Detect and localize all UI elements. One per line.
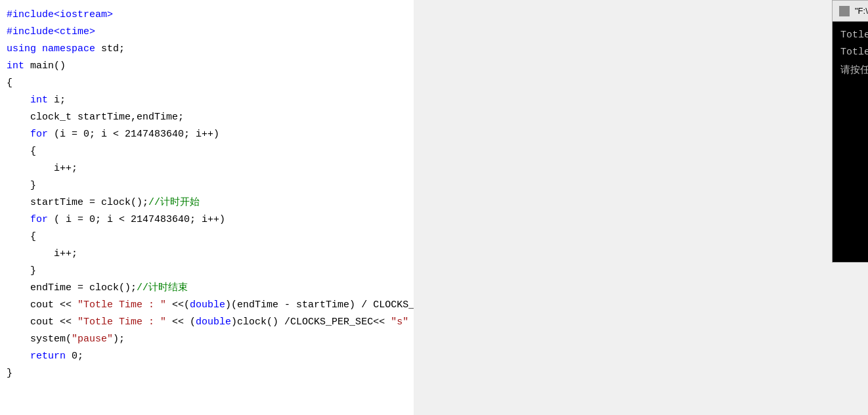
code-line: { — [0, 143, 414, 160]
code-line: for (i = 0; i < 2147483640; i++) — [0, 126, 414, 143]
console-icon — [839, 6, 850, 16]
code-line: for ( i = 0; i < 2147483640; i++) — [0, 211, 414, 229]
code-line: } — [0, 263, 414, 280]
code-line: #include<iostream> — [0, 7, 414, 24]
code-line: clock_t startTime,endTime; — [0, 109, 414, 126]
code-line: i++; — [0, 160, 414, 177]
console-line: Totle Time : 7.072s — [840, 44, 868, 61]
code-line: system("pause"); — [0, 331, 414, 348]
console-output: Totle Time : 3.504sTotle Time : 7.072s请按… — [832, 21, 868, 263]
code-line: } — [0, 177, 414, 194]
console-window: "F:\Demo\洛谷\Debug\0.exe" — □ ✕ Totle Tim… — [832, 0, 868, 263]
console-line: 请按任意键继续. . . — [840, 61, 868, 78]
code-line: startTime = clock();//计时开始 — [0, 194, 414, 211]
code-line: } — [0, 365, 414, 382]
code-line: return 0; — [0, 348, 414, 365]
code-line: { — [0, 75, 414, 92]
console-line: Totle Time : 3.504s — [840, 27, 868, 44]
code-line: cout << "Totle Time : " << (double)clock… — [0, 314, 414, 331]
code-line: int main() — [0, 58, 414, 75]
code-line: using namespace std; — [0, 41, 414, 58]
code-line: int i; — [0, 92, 414, 109]
code-line: cout << "Totle Time : " <<(double)(endTi… — [0, 297, 414, 314]
code-line: endTime = clock();//计时结束 — [0, 280, 414, 297]
console-title: "F:\Demo\洛谷\Debug\0.exe" — [855, 5, 868, 17]
code-line: { — [0, 229, 414, 246]
code-line: #include<ctime> — [0, 24, 414, 41]
console-titlebar: "F:\Demo\洛谷\Debug\0.exe" — □ ✕ — [832, 0, 868, 21]
code-line: i++; — [0, 246, 414, 263]
code-editor: #include<iostream>#include<ctime>using n… — [0, 0, 414, 415]
